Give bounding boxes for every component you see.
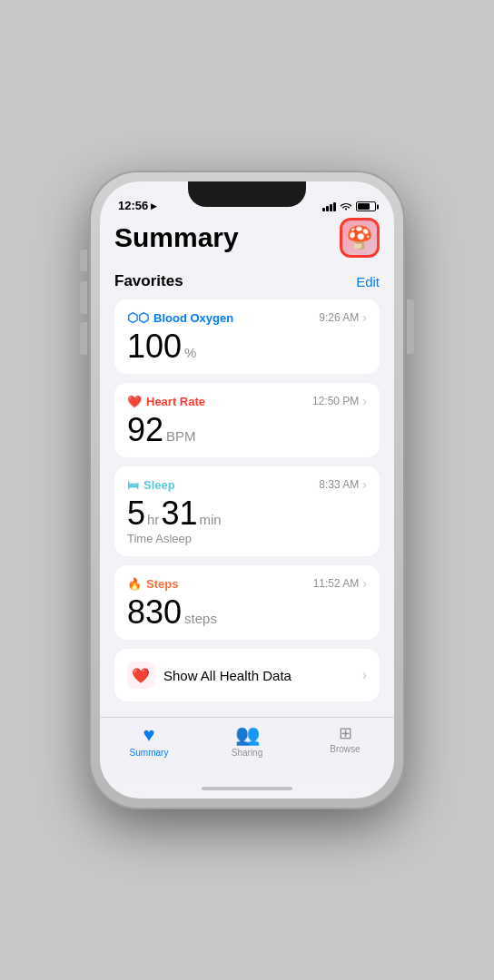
heart-rate-icon: ❤️ [127, 395, 142, 408]
steps-icon: 🔥 [127, 577, 142, 591]
blood-oxygen-time: 9:26 AM › [319, 310, 367, 325]
heart-rate-label: ❤️ Heart Rate [127, 395, 205, 408]
summary-icon: ♥ [143, 725, 154, 745]
signal-bars [322, 202, 336, 211]
phone-frame: 12:56 ▶ [91, 172, 403, 808]
show-all-icon: ❤️ [127, 662, 154, 689]
steps-time: 11:52 AM › [313, 576, 367, 591]
mute-button[interactable] [80, 250, 87, 271]
steps-card[interactable]: 🔥 Steps 11:52 AM › 830 steps [114, 565, 380, 640]
show-all-chevron: › [362, 667, 367, 683]
heart-rate-card[interactable]: ❤️ Heart Rate 12:50 PM › 92 BPM [114, 383, 380, 457]
browse-icon: ⊞ [339, 725, 352, 741]
sleep-chevron: › [362, 477, 367, 492]
sleep-header: 🛏 Sleep 8:33 AM › [127, 477, 367, 492]
edit-button[interactable]: Edit [356, 274, 380, 289]
volume-down-button[interactable] [80, 322, 87, 355]
blood-oxygen-card[interactable]: ⬡⬡ Blood Oxygen 9:26 AM › 100 % [114, 299, 380, 374]
sleep-time: 8:33 AM › [319, 477, 367, 492]
favorites-title: Favorites [114, 272, 183, 290]
browse-label: Browse [330, 744, 360, 754]
location-icon: ▶ [151, 201, 157, 211]
tab-sharing[interactable]: 👥 Sharing [198, 725, 296, 758]
main-content: Summary 🍄 Favorites Edit ⬡⬡ Blood Oxygen [100, 218, 394, 717]
home-bar [202, 787, 292, 790]
steps-chevron: › [362, 576, 367, 591]
show-all-button[interactable]: ❤️ Show All Health Data › [114, 649, 380, 701]
volume-up-button[interactable] [80, 281, 87, 314]
heart-rate-time: 12:50 PM › [312, 394, 367, 408]
status-icons [322, 201, 376, 212]
heart-rate-header: ❤️ Heart Rate 12:50 PM › [127, 394, 367, 408]
notch [188, 181, 306, 207]
sharing-label: Sharing [232, 748, 262, 758]
battery-fill [358, 203, 370, 210]
status-time: 12:56 [118, 199, 148, 212]
page-title: Summary [114, 222, 239, 253]
phone-screen: 12:56 ▶ [100, 181, 394, 799]
home-indicator [100, 779, 394, 799]
wifi-icon [340, 201, 352, 212]
sharing-icon: 👥 [235, 725, 260, 745]
show-all-text: Show All Health Data [163, 668, 353, 683]
steps-value: 830 steps [127, 596, 367, 629]
sleep-label: 🛏 Sleep [127, 478, 175, 492]
page-header: Summary 🍄 [114, 218, 380, 258]
tab-summary[interactable]: ♥ Summary [100, 725, 198, 758]
blood-oxygen-label: ⬡⬡ Blood Oxygen [127, 310, 233, 325]
blood-oxygen-chevron: › [362, 310, 367, 325]
blood-oxygen-icon: ⬡⬡ [127, 310, 149, 325]
sleep-sublabel: Time Asleep [127, 532, 367, 545]
health-heart-icon: ❤️ [132, 667, 150, 684]
app-icon-emoji: 🍄 [346, 225, 373, 250]
sleep-value: 5 hr 31 min [127, 497, 367, 530]
power-button[interactable] [407, 299, 414, 354]
sleep-icon: 🛏 [127, 478, 139, 492]
blood-oxygen-value: 100 % [127, 330, 367, 363]
sleep-card[interactable]: 🛏 Sleep 8:33 AM › 5 hr 31 min Time Aslee… [114, 466, 380, 556]
tab-bar: ♥ Summary 👥 Sharing ⊞ Browse [100, 717, 394, 779]
battery-icon [356, 201, 376, 211]
summary-label: Summary [130, 748, 169, 758]
app-icon[interactable]: 🍄 [340, 218, 380, 258]
heart-rate-value: 92 BPM [127, 414, 367, 446]
steps-header: 🔥 Steps 11:52 AM › [127, 576, 367, 591]
tab-browse[interactable]: ⊞ Browse [296, 725, 394, 754]
steps-label: 🔥 Steps [127, 577, 178, 591]
blood-oxygen-header: ⬡⬡ Blood Oxygen 9:26 AM › [127, 310, 367, 325]
heart-rate-chevron: › [362, 394, 367, 408]
favorites-header: Favorites Edit [114, 272, 380, 290]
